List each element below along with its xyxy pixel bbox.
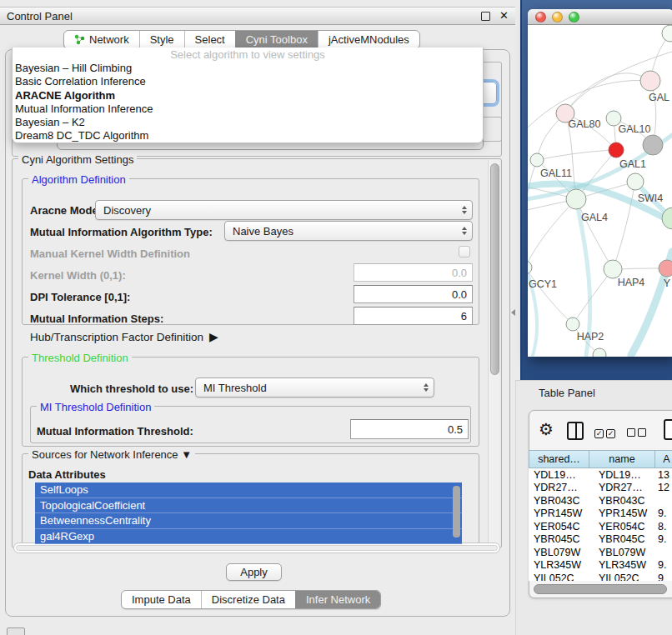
tab-jactivemnodules[interactable]: jActiveMNodules	[318, 31, 419, 48]
collapse-arrow-icon[interactable]: ▼	[181, 448, 192, 461]
network-node-gal[interactable]	[640, 71, 660, 91]
attribute-item[interactable]: TopologicalCoefficient	[35, 498, 462, 514]
mi-algorithm-type-label: Mutual Information Algorithm Type:	[30, 226, 213, 238]
network-node-swi4[interactable]	[627, 173, 644, 190]
tab-discretize-data[interactable]: Discretize Data	[201, 591, 295, 608]
table-row[interactable]: YDL19…YDL19…13	[529, 468, 672, 482]
table-row[interactable]: YBL079WYBL079W	[529, 546, 672, 559]
bottom-corner-button[interactable]	[7, 628, 25, 635]
threshold-definition-title: Threshold Definition	[28, 352, 132, 364]
algorithm-option[interactable]: Mutual Information Inference	[13, 102, 483, 116]
attributes-scrollbar-thumb[interactable]	[453, 486, 460, 538]
aracne-mode-combo[interactable]: Discovery	[95, 200, 473, 220]
hub-definition-expander[interactable]: Hub/Transcription Factor Definition ▶	[30, 330, 218, 343]
network-node-y[interactable]	[659, 260, 672, 277]
apply-button[interactable]: Apply	[226, 563, 282, 581]
manual-kernel-checkbox[interactable]	[459, 246, 470, 258]
column-header[interactable]: name	[589, 450, 655, 468]
table-panel-title: Table Panel	[539, 387, 595, 399]
table-cell: 13	[655, 469, 672, 481]
table-hscrollbar[interactable]	[534, 584, 670, 593]
panel-collapse-arrow-icon[interactable]	[511, 309, 515, 316]
mi-steps-field[interactable]: 6	[354, 307, 473, 325]
close-traffic-light-icon[interactable]	[535, 12, 546, 22]
tab-style[interactable]: Style	[139, 31, 184, 48]
table-cell: YBR045C	[529, 533, 589, 545]
zoom-traffic-light-icon[interactable]	[569, 12, 579, 22]
algorithm-option[interactable]: Dream8 DC_TDC Algorithm	[13, 129, 483, 142]
table-cell: 9.	[655, 559, 672, 571]
network-edge[interactable]	[537, 150, 616, 160]
mi-threshold-value: 0.5	[448, 423, 463, 436]
table-row[interactable]: YPR145WYPR145W9.	[529, 508, 672, 521]
table-row[interactable]: YDR27…YDR27…12	[529, 482, 672, 495]
network-node-gcy1[interactable]	[528, 261, 532, 274]
minimize-traffic-light-icon[interactable]	[552, 12, 563, 22]
algorithm-option[interactable]: Bayesian – Hill Climbing	[13, 62, 483, 75]
table-cell: YDR27…	[529, 482, 589, 493]
table-row[interactable]: YBR043CYBR043C	[529, 494, 672, 508]
mi-threshold-field[interactable]: 0.5	[350, 419, 469, 439]
network-node-hap2[interactable]	[566, 318, 579, 331]
dpi-tolerance-field[interactable]: 0.0	[354, 285, 473, 303]
table-function-icon[interactable]	[664, 419, 672, 440]
kernel-width-field[interactable]: 0.0	[354, 263, 473, 282]
table-cell: YIL052C	[589, 572, 655, 581]
aracne-mode-value: Discovery	[103, 204, 151, 217]
settings-hscrollbar-thumb[interactable]	[16, 545, 498, 551]
network-node-gal1[interactable]	[609, 142, 624, 158]
table-row[interactable]: YIL052CYIL052C9	[529, 572, 672, 581]
tab-label: Style	[150, 33, 174, 46]
network-edge[interactable]	[528, 160, 537, 268]
column-header[interactable]: A	[655, 450, 672, 468]
combo-stepper-icon	[462, 227, 467, 235]
tab-select[interactable]: Select	[184, 31, 235, 48]
float-window-icon[interactable]	[481, 12, 490, 21]
settings-scrollbar-thumb[interactable]	[490, 163, 499, 375]
select-all-icon[interactable]: ✓✓	[594, 426, 618, 438]
expand-arrow-icon[interactable]: ▶	[209, 330, 218, 343]
table-cell: YBR043C	[589, 495, 655, 507]
algorithm-option[interactable]: Basic Correlation Inference	[13, 75, 483, 88]
network-edge[interactable]	[573, 269, 613, 324]
table-cell: YBL079W	[529, 547, 589, 558]
network-node-gal11[interactable]	[530, 153, 544, 167]
attribute-item[interactable]: SelfLoops	[35, 482, 462, 498]
attribute-item[interactable]: BetweennessCentrality	[35, 513, 462, 529]
deselect-all-icon[interactable]	[627, 427, 649, 439]
data-attributes-list[interactable]: SelfLoopsTopologicalCoefficientBetweenne…	[35, 482, 462, 544]
bottom-tab-bar: Impute DataDiscretize DataInfer Network	[121, 590, 381, 609]
tab-infer-network[interactable]: Infer Network	[295, 591, 380, 608]
algorithm-option[interactable]: Bayesian – K2	[13, 116, 483, 129]
tab-impute-data[interactable]: Impute Data	[122, 591, 201, 608]
mi-algorithm-type-combo[interactable]: Naive Bayes	[224, 221, 473, 241]
network-icon	[74, 34, 85, 45]
table-header-row: shared…nameA	[529, 450, 672, 468]
table-hscrollbar-thumb[interactable]	[534, 584, 667, 594]
attribute-item[interactable]: gal4RGexp	[35, 529, 462, 545]
table-row[interactable]: YLR345WYLR345W9.	[529, 559, 672, 572]
node-label: SWI4	[638, 192, 664, 204]
algorithm-option[interactable]: ARACNE Algorithm	[13, 89, 483, 102]
network-node[interactable]	[593, 348, 606, 357]
network-window-titlebar[interactable]	[528, 9, 672, 25]
which-threshold-combo[interactable]: MI Threshold	[195, 378, 434, 398]
gear-icon[interactable]: ⚙	[539, 419, 554, 439]
network-node[interactable]	[662, 25, 672, 42]
network-node-gal4[interactable]	[566, 189, 586, 209]
column-header[interactable]: shared…	[529, 450, 589, 468]
table-row[interactable]: YBR045CYBR045C9.	[529, 533, 672, 547]
network-node[interactable]	[643, 135, 663, 155]
which-threshold-value: MI Threshold	[203, 382, 267, 394]
settings-scrollbar-track[interactable]	[488, 160, 499, 547]
tab-network[interactable]: Network	[64, 31, 139, 48]
table-row[interactable]: YER054CYER054C8.	[529, 520, 672, 533]
tab-cyni-toolbox[interactable]: Cyni Toolbox	[235, 31, 318, 48]
network-edge[interactable]	[528, 199, 576, 268]
close-icon[interactable]: ✕	[499, 12, 509, 20]
network-node-hap4[interactable]	[604, 260, 622, 278]
network-canvas[interactable]: GALGAL80GAL10GAL1GAL11SWI4GAL4HAP4YGCY1H…	[528, 25, 672, 357]
network-view-window[interactable]: GALGAL80GAL10GAL1GAL11SWI4GAL4HAP4YGCY1H…	[528, 9, 672, 357]
tab-label: Impute Data	[132, 593, 191, 606]
split-columns-icon[interactable]	[567, 422, 584, 440]
